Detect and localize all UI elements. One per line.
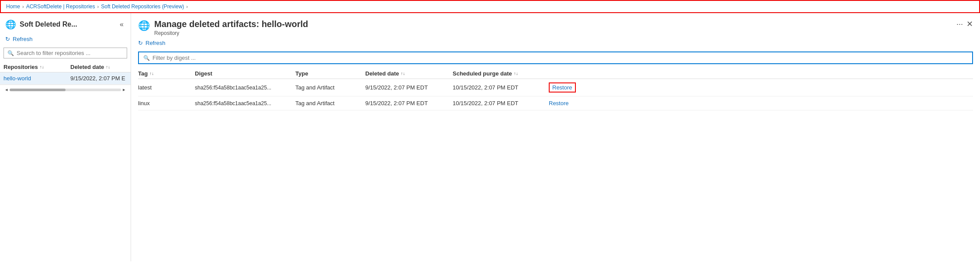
- col-digest-header: Digest: [195, 70, 295, 77]
- col-tag-header: Tag ↑↓: [138, 70, 195, 77]
- right-table: Tag ↑↓ Digest Type Deleted date ↑↓ Sched…: [131, 68, 980, 261]
- col-del-date-header: Deleted date ↑↓: [365, 70, 453, 77]
- sort-date-icon[interactable]: ↑↓: [106, 65, 110, 69]
- cell-tag-0: latest: [138, 84, 195, 91]
- sort-tag-icon[interactable]: ↑↓: [149, 71, 154, 76]
- cell-action-1: Restore: [549, 100, 973, 106]
- left-refresh-button[interactable]: ↻ Refresh: [0, 33, 131, 45]
- col-action-header: [549, 70, 973, 77]
- scroll-track[interactable]: [10, 89, 121, 91]
- table-row: linux sha256:f54a58bc1aac5ea1a25... Tag …: [138, 96, 973, 110]
- left-panel: 🌐 Soft Deleted Re... « ↻ Refresh 🔍 Repos…: [0, 13, 131, 261]
- left-table-header: Repositories ↑↓ Deleted date ↑↓: [0, 61, 131, 72]
- cell-deleted-date: 9/15/2022, 2:07 PM E: [70, 75, 127, 82]
- refresh-icon-left: ↻: [5, 36, 10, 42]
- search-box: 🔍: [3, 48, 127, 58]
- collapse-button[interactable]: «: [118, 20, 125, 29]
- cell-repo-name: hello-world: [3, 75, 70, 82]
- table-row: latest sha256:f54a58bc1aac5ea1a25... Tag…: [138, 79, 973, 96]
- right-title-block: 🌐 Manage deleted artifacts: hello-world …: [138, 19, 308, 36]
- right-refresh-label: Refresh: [145, 40, 166, 46]
- cell-del-date-0: 9/15/2022, 2:07 PM EDT: [365, 84, 453, 91]
- breadcrumb-sep-2: ›: [97, 4, 99, 9]
- right-panel: 🌐 Manage deleted artifacts: hello-world …: [131, 13, 980, 261]
- restore-button-0[interactable]: Restore: [549, 82, 576, 93]
- more-options-button[interactable]: ···: [956, 20, 963, 29]
- right-refresh-button[interactable]: ↻ Refresh: [131, 36, 980, 50]
- cloud-icon-left: 🌐: [5, 19, 16, 30]
- left-panel-title: Soft Deleted Re...: [20, 21, 77, 28]
- left-table-row[interactable]: hello-world 9/15/2022, 2:07 PM E: [0, 72, 131, 85]
- scroll-bar-area: ◂ ▸: [0, 85, 131, 94]
- cell-type-0: Tag and Artifact: [295, 84, 365, 91]
- cell-purge-date-1: 10/15/2022, 2:07 PM EDT: [453, 100, 549, 106]
- col-purge-date-header: Scheduled purge date ↑↓: [453, 70, 549, 77]
- sort-del-date-icon[interactable]: ↑↓: [401, 71, 405, 76]
- right-header: 🌐 Manage deleted artifacts: hello-world …: [131, 13, 980, 36]
- filter-input[interactable]: [152, 55, 968, 61]
- cell-tag-1: linux: [138, 100, 195, 106]
- filter-box: 🔍: [138, 51, 973, 64]
- right-panel-title: Manage deleted artifacts: hello-world: [154, 19, 308, 29]
- breadcrumb-acr[interactable]: ACRSoftDelete | Repositories: [26, 3, 95, 10]
- cell-del-date-1: 9/15/2022, 2:07 PM EDT: [365, 100, 453, 106]
- col-deleted-date-left: Deleted date ↑↓: [70, 64, 127, 70]
- search-icon-left: 🔍: [7, 50, 14, 56]
- cell-digest-0: sha256:f54a58bc1aac5ea1a25...: [195, 85, 295, 91]
- panel-header: 🌐 Soft Deleted Re... «: [0, 13, 131, 33]
- search-input[interactable]: [17, 50, 123, 56]
- right-header-actions: ··· ✕: [956, 19, 973, 29]
- scroll-thumb: [10, 89, 66, 91]
- right-panel-subtitle: Repository: [154, 30, 308, 36]
- col-type-header: Type: [295, 70, 365, 77]
- sort-purge-date-icon[interactable]: ↑↓: [514, 71, 518, 76]
- left-refresh-label: Refresh: [13, 36, 33, 42]
- breadcrumb-home[interactable]: Home: [6, 3, 20, 10]
- close-button[interactable]: ✕: [966, 19, 973, 29]
- col-repositories: Repositories ↑↓: [3, 64, 70, 70]
- refresh-icon-right: ↻: [138, 40, 143, 46]
- scroll-right-arrow[interactable]: ▸: [121, 87, 127, 93]
- restore-button-1[interactable]: Restore: [549, 100, 569, 106]
- cell-purge-date-0: 10/15/2022, 2:07 PM EDT: [453, 84, 549, 91]
- cell-action-0: Restore: [549, 82, 973, 93]
- breadcrumb-sep-3: ›: [186, 4, 188, 9]
- cloud-icon-right: 🌐: [138, 20, 150, 31]
- panel-title: 🌐 Soft Deleted Re...: [5, 19, 77, 30]
- breadcrumb-current[interactable]: Soft Deleted Repositories (Preview): [101, 3, 184, 10]
- right-title-text: Manage deleted artifacts: hello-world Re…: [154, 19, 308, 36]
- sort-repo-icon[interactable]: ↑↓: [40, 65, 44, 69]
- cell-digest-1: sha256:f54a58bc1aac5ea1a25...: [195, 100, 295, 106]
- scroll-left-arrow[interactable]: ◂: [3, 87, 10, 93]
- cell-type-1: Tag and Artifact: [295, 100, 365, 106]
- breadcrumb-sep-1: ›: [22, 4, 24, 9]
- breadcrumb: Home › ACRSoftDelete | Repositories › So…: [0, 0, 980, 13]
- main-layout: 🌐 Soft Deleted Re... « ↻ Refresh 🔍 Repos…: [0, 13, 980, 261]
- filter-search-icon: 🔍: [143, 55, 150, 61]
- right-table-header: Tag ↑↓ Digest Type Deleted date ↑↓ Sched…: [138, 68, 973, 79]
